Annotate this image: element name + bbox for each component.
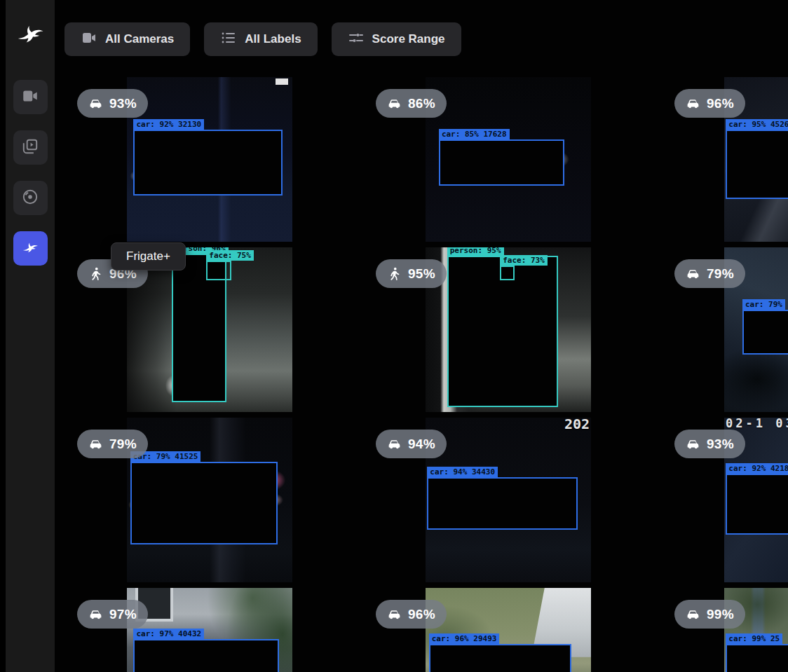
review-play-icon bbox=[21, 137, 39, 158]
car-icon bbox=[686, 266, 700, 281]
score-text: 94% bbox=[408, 437, 435, 452]
car-icon bbox=[88, 607, 103, 622]
snapshot-image[interactable]: car: 92% 32130 bbox=[127, 77, 292, 242]
snapshot-image[interactable]: person: 95% face: 73% bbox=[426, 247, 591, 412]
detection-bbox: car: 96% 29493 bbox=[429, 644, 571, 672]
detection-label: car: 97% 40432 bbox=[133, 629, 204, 639]
snapshot-grid: 93% car: 92% 32130 86% car: 85% 17628 bbox=[60, 77, 788, 672]
score-text: 86% bbox=[408, 96, 435, 111]
sidebar-item-review[interactable] bbox=[13, 130, 48, 165]
car-icon bbox=[387, 96, 402, 111]
snapshot-card[interactable]: 96% car: 95% 45260 bbox=[658, 77, 788, 242]
snapshot-card[interactable]: 93% car: 92% 32130 bbox=[60, 77, 359, 242]
sidebar-item-frigate-plus[interactable] bbox=[13, 231, 48, 266]
video-camera-icon bbox=[21, 87, 39, 107]
car-icon bbox=[387, 607, 402, 622]
snapshot-image[interactable]: 202 car: 94% 34430 bbox=[426, 418, 591, 582]
snapshot-card[interactable]: 96% person: 96% face: 75% bbox=[60, 247, 359, 412]
score-text: 79% bbox=[109, 437, 137, 452]
face-bbox: face: 75% bbox=[206, 261, 231, 280]
car-icon bbox=[387, 437, 402, 451]
score-badge: 86% bbox=[376, 89, 447, 118]
detection-label: car: 85% 17628 bbox=[439, 129, 510, 139]
score-text: 96% bbox=[408, 607, 435, 622]
snapshot-card[interactable]: 79% car: 79% 41525 bbox=[60, 418, 359, 582]
score-badge: 95% bbox=[376, 259, 447, 288]
person-icon bbox=[387, 266, 402, 281]
window-edge bbox=[0, 0, 6, 672]
car-icon bbox=[686, 96, 700, 111]
detection-bbox: car: 99% 25 bbox=[726, 644, 788, 672]
score-text: 99% bbox=[707, 607, 734, 622]
snapshot-card[interactable]: 94% 202 car: 94% 34430 bbox=[359, 418, 658, 582]
main-content: All Cameras All Labels Score Range bbox=[55, 0, 788, 672]
detection-bbox: car: 94% 34430 bbox=[427, 477, 578, 530]
timestamp-overlay: 202 bbox=[564, 418, 590, 432]
sidebar-item-export[interactable] bbox=[13, 181, 48, 215]
detection-bbox: car: 92% 32130 bbox=[133, 130, 282, 196]
video-camera-icon bbox=[81, 29, 97, 50]
snapshot-card[interactable]: 86% car: 85% 17628 bbox=[359, 77, 658, 242]
score-badge: 94% bbox=[376, 430, 447, 458]
score-text: 96% bbox=[707, 96, 734, 111]
face-bbox: face: 73% bbox=[500, 266, 515, 280]
frigate-plus-tooltip: Frigate+ bbox=[111, 242, 186, 270]
all-cameras-label: All Cameras bbox=[105, 32, 174, 46]
detection-label: car: 99% 25 bbox=[726, 633, 782, 644]
person-icon bbox=[88, 266, 103, 281]
snapshot-card[interactable]: 95% person: 95% face: 73% bbox=[359, 247, 658, 412]
face-label: face: 75% bbox=[206, 250, 254, 261]
sidebar-nav bbox=[13, 80, 48, 266]
score-badge: 96% bbox=[376, 600, 447, 629]
score-badge: 93% bbox=[77, 89, 148, 118]
frigate-logo-icon bbox=[15, 18, 46, 49]
detection-bbox: car: 95% 45260 bbox=[726, 130, 788, 199]
sidebar bbox=[6, 0, 55, 672]
snapshot-card[interactable]: 96% car: 96% 29493 bbox=[359, 588, 658, 672]
snapshot-image[interactable]: car: 97% 40432 bbox=[127, 588, 292, 672]
score-badge: 97% bbox=[77, 600, 148, 629]
all-labels-filter-button[interactable]: All Labels bbox=[204, 22, 317, 56]
car-icon bbox=[88, 437, 103, 451]
score-text: 93% bbox=[707, 437, 734, 452]
sliders-icon bbox=[348, 29, 365, 50]
score-text: 97% bbox=[109, 607, 137, 622]
detection-bbox: car: 85% 17628 bbox=[439, 139, 564, 186]
detection-bbox: car: 92% 4218 bbox=[726, 474, 788, 535]
detection-label: car: 92% 32130 bbox=[133, 119, 204, 130]
snapshot-card[interactable]: 97% car: 97% 40432 bbox=[60, 588, 359, 672]
sidebar-item-cameras[interactable] bbox=[13, 80, 48, 114]
all-labels-label: All Labels bbox=[245, 32, 301, 46]
detection-bbox: car: 79% bbox=[742, 310, 788, 354]
detection-label: car: 95% 45260 bbox=[726, 119, 788, 130]
car-icon bbox=[686, 607, 700, 622]
score-badge: 99% bbox=[674, 600, 745, 629]
all-cameras-filter-button[interactable]: All Cameras bbox=[64, 22, 190, 56]
car-icon bbox=[686, 437, 700, 451]
filter-bar: All Cameras All Labels Score Range bbox=[64, 22, 461, 56]
detection-label: car: 94% 34430 bbox=[427, 467, 498, 477]
score-badge: 93% bbox=[674, 430, 745, 458]
snapshot-card[interactable]: 79% car: 79% bbox=[658, 247, 788, 412]
score-badge: 79% bbox=[674, 259, 745, 288]
snapshot-card[interactable]: 93% 02-1 03 0 car: 92% 4218 bbox=[658, 418, 788, 582]
detection-bbox: car: 97% 40432 bbox=[133, 639, 279, 672]
score-range-filter-button[interactable]: Score Range bbox=[332, 22, 461, 56]
score-text: 95% bbox=[408, 266, 435, 282]
score-text: 93% bbox=[109, 96, 137, 111]
list-icon bbox=[220, 29, 237, 50]
detection-label: car: 96% 29493 bbox=[429, 633, 500, 644]
snapshot-card[interactable]: 99% car: 99% 25 bbox=[658, 588, 788, 672]
snapshot-image[interactable]: person: 96% face: 75% bbox=[127, 247, 292, 412]
snapshot-image[interactable]: car: 96% 29493 bbox=[426, 588, 591, 672]
snapshot-image[interactable]: car: 79% 41525 bbox=[127, 418, 292, 582]
timestamp-overlay: 02-1 03 0 bbox=[726, 418, 788, 430]
score-text: 79% bbox=[707, 266, 734, 282]
snapshot-image[interactable]: car: 85% 17628 bbox=[426, 77, 591, 242]
score-badge: 96% bbox=[674, 89, 745, 118]
score-badge: 79% bbox=[77, 430, 148, 458]
face-label: face: 73% bbox=[500, 255, 548, 266]
score-range-label: Score Range bbox=[372, 32, 445, 46]
app-window: All Cameras All Labels Score Range bbox=[0, 0, 788, 672]
frigate-bird-icon bbox=[21, 238, 39, 259]
